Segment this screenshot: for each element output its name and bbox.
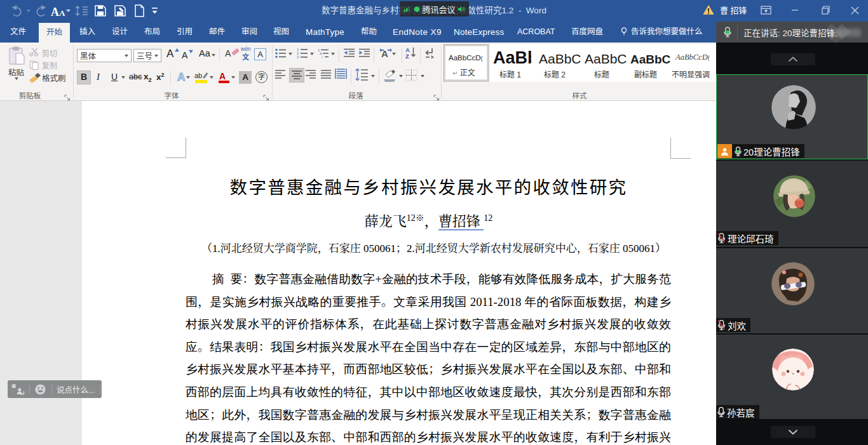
svg-text:A: A [51,6,59,18]
svg-text:Z: Z [405,53,409,60]
svg-text:i: i [322,55,322,58]
svg-text:3: 3 [297,55,299,58]
svg-text:A: A [219,71,226,81]
svg-text:A: A [177,71,185,83]
svg-text:ab: ab [194,72,202,79]
svg-text:A: A [59,8,65,18]
